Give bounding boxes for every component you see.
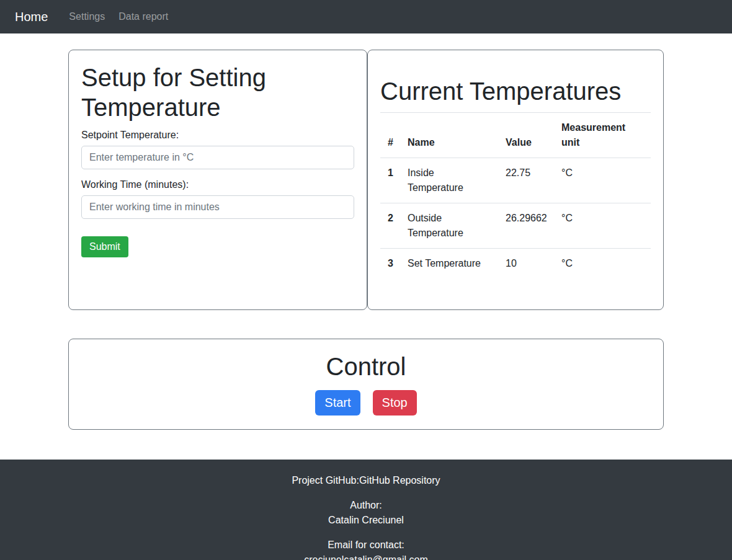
row-number-cell: 1 bbox=[380, 158, 400, 203]
nav-item-settings[interactable]: Settings bbox=[64, 6, 110, 27]
control-title: Control bbox=[69, 352, 663, 381]
table-row: 2 Outside Temperature 26.29662 °C bbox=[380, 203, 651, 249]
row-value-cell: 22.75 bbox=[498, 158, 554, 203]
setpoint-temperature-input[interactable] bbox=[81, 146, 354, 169]
project-github-label: Project GitHub: bbox=[292, 475, 359, 486]
email-label: Email for contact: bbox=[328, 540, 404, 550]
table-row: 3 Set Temperature 10 °C bbox=[380, 249, 651, 294]
row-number-cell: 2 bbox=[380, 203, 400, 249]
start-button[interactable]: Start bbox=[315, 390, 360, 416]
page-footer: Project GitHub:GitHub Repository Author:… bbox=[0, 460, 732, 560]
row-number-cell: 3 bbox=[380, 249, 400, 294]
table-row: 1 Inside Temperature 22.75 °C bbox=[380, 158, 651, 203]
setpoint-label: Setpoint Temperature: bbox=[81, 130, 354, 141]
temps-card-body: Current Temperatures # Name Value Measur… bbox=[368, 50, 663, 306]
working-time-input[interactable] bbox=[81, 195, 354, 219]
current-temperatures-card: Current Temperatures # Name Value Measur… bbox=[367, 50, 664, 310]
col-header-unit: Measurement unit bbox=[554, 113, 651, 158]
control-buttons: Start Stop bbox=[69, 390, 663, 416]
cards-row: Setup for Setting Temperature Setpoint T… bbox=[68, 50, 664, 310]
temperatures-table: # Name Value Measurement unit 1 Inside T… bbox=[380, 112, 651, 294]
working-time-form-group: Working Time (minutes): bbox=[81, 179, 354, 219]
row-unit-cell: °C bbox=[554, 203, 651, 249]
row-unit-cell: °C bbox=[554, 249, 651, 294]
nav-brand-home[interactable]: Home bbox=[15, 10, 48, 24]
row-value-cell: 10 bbox=[498, 249, 554, 294]
temps-card-title: Current Temperatures bbox=[380, 76, 651, 106]
row-unit-cell: °C bbox=[554, 158, 651, 203]
working-time-label: Working Time (minutes): bbox=[81, 179, 354, 190]
author-label: Author: bbox=[350, 500, 382, 510]
email-address: creciunelcatalin@gmail.com bbox=[304, 554, 427, 560]
setpoint-form-group: Setpoint Temperature: bbox=[81, 130, 354, 169]
table-header-row: # Name Value Measurement unit bbox=[380, 113, 651, 158]
row-name-cell: Inside Temperature bbox=[400, 158, 498, 203]
col-header-num: # bbox=[380, 113, 400, 158]
footer-author-block: Author:Catalin Creciunel bbox=[0, 498, 732, 528]
row-name-cell: Set Temperature bbox=[400, 249, 498, 294]
col-header-name: Name bbox=[400, 113, 498, 158]
col-header-value: Value bbox=[498, 113, 554, 158]
footer-email-block: Email for contact:creciunelcatalin@gmail… bbox=[0, 538, 732, 560]
setup-card: Setup for Setting Temperature Setpoint T… bbox=[68, 50, 367, 310]
control-card: Control Start Stop bbox=[68, 339, 664, 430]
stop-button[interactable]: Stop bbox=[373, 390, 417, 416]
main-container: Setup for Setting Temperature Setpoint T… bbox=[68, 50, 664, 430]
github-repository-link[interactable]: GitHub Repository bbox=[359, 475, 440, 486]
row-value-cell: 26.29662 bbox=[498, 203, 554, 249]
temps-table-body: 1 Inside Temperature 22.75 °C 2 Outside … bbox=[380, 158, 651, 294]
footer-project-line: Project GitHub:GitHub Repository bbox=[0, 473, 732, 488]
row-name-cell: Outside Temperature bbox=[400, 203, 498, 249]
author-name: Catalin Creciunel bbox=[328, 515, 404, 525]
setup-card-body: Setup for Setting Temperature Setpoint T… bbox=[69, 50, 367, 270]
submit-button[interactable]: Submit bbox=[81, 236, 128, 257]
nav-item-data-report[interactable]: Data report bbox=[114, 6, 173, 27]
setup-card-title: Setup for Setting Temperature bbox=[81, 63, 354, 122]
top-navbar: Home Settings Data report bbox=[0, 0, 732, 33]
